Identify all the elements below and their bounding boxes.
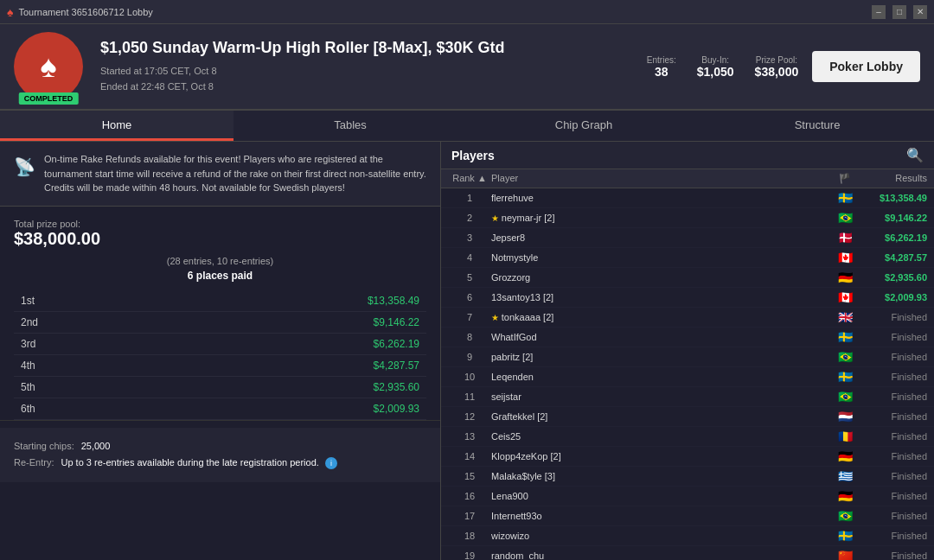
chips-label: Starting chips: — [14, 438, 74, 455]
player-rank: 18 — [448, 531, 491, 541]
player-flag: 🇬🇧 — [832, 310, 858, 324]
entries-info: (28 entries, 10 re-entries) — [14, 256, 426, 266]
player-result: Finished — [858, 451, 927, 461]
player-name: WhatIfGod — [491, 332, 832, 342]
player-name: Klopp4zeKop [2] — [491, 451, 832, 461]
player-row[interactable]: 15 Malaka$tyle [3] 🇬🇷 Finished — [441, 467, 934, 487]
player-result: $9,146.22 — [858, 213, 927, 223]
player-result: $6,262.19 — [858, 232, 927, 243]
payout-row: 2nd$9,146.22 — [14, 311, 426, 333]
player-flag: 🇨🇳 — [832, 549, 858, 560]
player-result: $2,935.60 — [858, 272, 927, 283]
minimize-button[interactable]: – — [872, 5, 886, 19]
tab-structure[interactable]: Structure — [700, 111, 934, 141]
logo-area: ♠ COMPLETED — [14, 32, 83, 101]
player-flag: 🇨🇦 — [832, 251, 858, 264]
info-icon-circle[interactable]: i — [325, 457, 337, 469]
tab-chip-graph[interactable]: Chip Graph — [467, 111, 700, 141]
title-bar-left: ♠ Tournament 3651606712 Lobby — [7, 5, 153, 19]
tab-home[interactable]: Home — [0, 111, 234, 141]
col-results-header: Results — [858, 173, 927, 184]
player-result: Finished — [858, 411, 927, 422]
payout-row: 1st$13,358.49 — [14, 290, 426, 312]
maximize-button[interactable]: □ — [892, 5, 906, 19]
player-flag: 🇷🇴 — [832, 430, 858, 443]
payout-place: 6th — [14, 398, 146, 419]
player-row[interactable]: 4 Notmystyle 🇨🇦 $4,287.57 — [441, 248, 934, 268]
player-row[interactable]: 8 WhatIfGod 🇸🇪 Finished — [441, 328, 934, 347]
title-bar-controls: – □ ✕ — [872, 5, 927, 19]
player-row[interactable]: 9 pabritz [2] 🇧🇷 Finished — [441, 347, 934, 367]
player-row[interactable]: 18 wizowizo 🇸🇪 Finished — [441, 526, 934, 546]
payout-place: 1st — [14, 290, 146, 312]
player-row[interactable]: 13 Ceis25 🇷🇴 Finished — [441, 427, 934, 447]
player-rank: 8 — [448, 332, 491, 342]
player-rank: 13 — [448, 431, 491, 442]
end-date: Ended at 22:48 CET, Oct 8 — [100, 80, 647, 95]
col-flag-header: 🏴 — [832, 173, 858, 184]
player-row[interactable]: 6 13santoy13 [2] 🇨🇦 $2,009.93 — [441, 288, 934, 308]
player-row[interactable]: 14 Klopp4zeKop [2] 🇩🇪 Finished — [441, 447, 934, 467]
player-rank: 15 — [448, 471, 491, 481]
close-button[interactable]: ✕ — [913, 5, 927, 19]
player-flag: 🇸🇪 — [832, 370, 858, 384]
player-row[interactable]: 19 random_chu 🇨🇳 Finished — [441, 546, 934, 560]
navigation-tabs: Home Tables Chip Graph Structure — [0, 111, 934, 142]
player-name: Internett93o — [491, 511, 832, 521]
player-flag: 🇸🇪 — [832, 191, 858, 205]
player-result: Finished — [858, 550, 927, 560]
player-rank: 11 — [448, 391, 491, 402]
prizepool-stat: Prize Pool: $38,000 — [755, 55, 799, 79]
antenna-icon: 📡 — [14, 154, 35, 195]
player-row[interactable]: 7 ★ tonkaaaa [2] 🇬🇧 Finished — [441, 308, 934, 328]
reentry-value: Up to 3 re-entries available during the … — [61, 455, 336, 472]
chips-row: Starting chips: 25,000 — [14, 438, 426, 455]
starting-chips-section: Starting chips: 25,000 Re-Entry: Up to 3… — [0, 428, 440, 483]
player-name: Malaka$tyle [3] — [491, 471, 832, 481]
player-name: pabritz [2] — [491, 352, 832, 362]
player-result: Finished — [858, 511, 927, 521]
player-row[interactable]: 2 ★ neymar-jr [2] 🇧🇷 $9,146.22 — [441, 208, 934, 228]
player-row[interactable]: 3 Jepser8 🇩🇰 $6,262.19 — [441, 228, 934, 248]
player-result: Finished — [858, 471, 927, 481]
player-name: seijstar — [491, 391, 832, 402]
right-panel: Players 🔍 Rank ▲ Player 🏴 Results 1 fler… — [441, 142, 934, 560]
player-rank: 12 — [448, 411, 491, 422]
tab-tables[interactable]: Tables — [234, 111, 467, 141]
player-row[interactable]: 16 Lena900 🇩🇪 Finished — [441, 487, 934, 506]
player-result: $13,358.49 — [858, 193, 927, 203]
poker-lobby-button[interactable]: Poker Lobby — [812, 51, 920, 82]
player-row[interactable]: 12 Graftekkel [2] 🇳🇱 Finished — [441, 407, 934, 427]
player-rank: 16 — [448, 491, 491, 501]
prize-pool-label: Total prize pool: — [14, 219, 426, 229]
header: ♠ COMPLETED $1,050 Sunday Warm-Up High R… — [0, 24, 934, 111]
player-row[interactable]: 11 seijstar 🇧🇷 Finished — [441, 387, 934, 407]
payout-amount: $13,358.49 — [146, 290, 426, 312]
payout-row: 5th$2,935.60 — [14, 376, 426, 398]
player-rank: 3 — [448, 232, 491, 243]
player-row[interactable]: 17 Internett93o 🇧🇷 Finished — [441, 506, 934, 526]
payout-amount: $6,262.19 — [146, 333, 426, 354]
search-icon[interactable]: 🔍 — [906, 147, 924, 163]
player-result: Finished — [858, 391, 927, 402]
player-result: Finished — [858, 312, 927, 322]
players-title: Players — [451, 149, 495, 162]
tournament-title: $1,050 Sunday Warm-Up High Roller [8-Max… — [100, 39, 647, 57]
player-result: Finished — [858, 372, 927, 382]
tournament-stats: Entries: 38 Buy-In: $1,050 Prize Pool: $… — [647, 55, 798, 79]
player-row[interactable]: 5 Grozzorg 🇩🇪 $2,935.60 — [441, 268, 934, 288]
main-content: 📡 On-time Rake Refunds available for thi… — [0, 142, 934, 560]
player-name: Notmystyle — [491, 252, 832, 263]
payout-amount: $9,146.22 — [146, 311, 426, 333]
player-row[interactable]: 1 flerrehuve 🇸🇪 $13,358.49 — [441, 188, 934, 208]
player-flag: 🇩🇪 — [832, 489, 858, 503]
player-name: random_chu — [491, 550, 832, 560]
payout-place: 4th — [14, 354, 146, 376]
payout-place: 2nd — [14, 311, 146, 333]
player-name: Ceis25 — [491, 431, 832, 442]
player-row[interactable]: 10 Leqenden 🇸🇪 Finished — [441, 367, 934, 387]
player-name: Graftekkel [2] — [491, 411, 832, 422]
player-name: ★ tonkaaaa [2] — [491, 312, 832, 322]
player-result: $4,287.57 — [858, 252, 927, 263]
payout-row: 3rd$6,262.19 — [14, 333, 426, 354]
